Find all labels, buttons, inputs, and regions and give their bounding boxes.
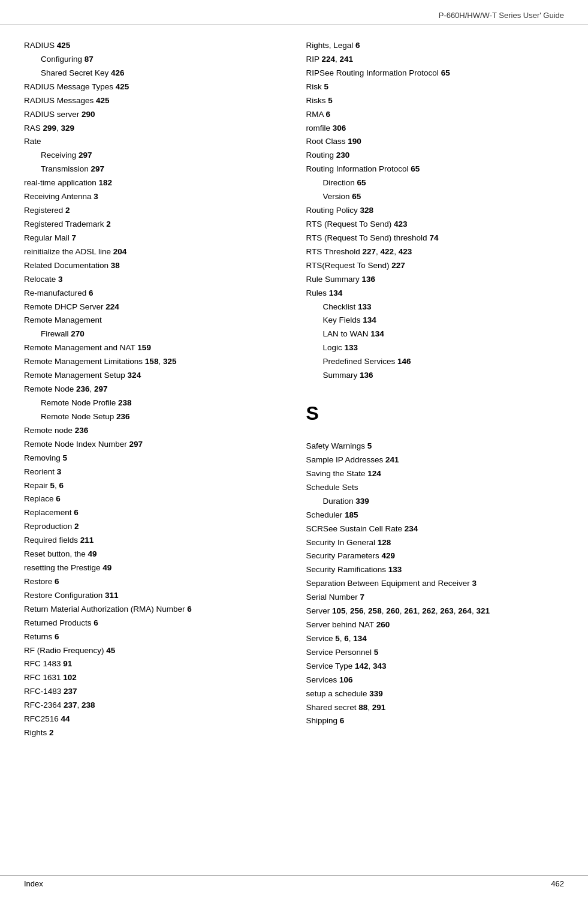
list-item: RADIUS server 290 xyxy=(24,109,282,121)
list-item: RFC-1483 237 xyxy=(24,685,282,698)
list-item: Return Material Authorization (RMA) Numb… xyxy=(24,603,282,616)
list-item: RF (Radio Frequency) 45 xyxy=(24,645,282,657)
list-item: Regular Mail 7 xyxy=(24,232,282,245)
list-item: Server 105, 256, 258, 260, 261, 262, 263… xyxy=(306,605,565,618)
list-item: Key Fields 134 xyxy=(306,314,565,327)
list-item: Security Parameters 429 xyxy=(306,550,565,563)
list-item: Serial Number 7 xyxy=(306,591,565,604)
list-item: Remote node 236 xyxy=(24,425,282,437)
list-item: setup a schedule 339 xyxy=(306,688,565,700)
list-item: Remote Node Profile 238 xyxy=(24,397,282,410)
left-column: RADIUS 425Configuring 87Shared Secret Ke… xyxy=(24,40,282,741)
list-item: RFC 1483 91 xyxy=(24,658,282,671)
list-item: Service Type 142, 343 xyxy=(306,660,565,673)
list-item: Risks 5 xyxy=(306,95,565,107)
page-header: P-660H/HW/W-T Series User' Guide xyxy=(0,0,588,25)
list-item: Version 65 xyxy=(306,191,565,203)
list-item: RFC 1631 102 xyxy=(24,672,282,684)
list-item: Replacement 6 xyxy=(24,507,282,519)
list-item: Remote Node 236, 297 xyxy=(24,383,282,396)
list-item: Routing 230 xyxy=(306,149,565,162)
list-item: Rules 134 xyxy=(306,287,565,300)
list-item: RTS(Request To Send) 227 xyxy=(306,260,565,272)
list-item: LAN to WAN 134 xyxy=(306,328,565,341)
list-item: RTS (Request To Send) 423 xyxy=(306,218,565,231)
list-item: RADIUS Message Types 425 xyxy=(24,81,282,94)
list-item: romfile 306 xyxy=(306,122,565,135)
list-item: RIP 224, 241 xyxy=(306,53,565,66)
list-item: Sample IP Addresses 241 xyxy=(306,454,565,467)
list-item: RAS 299, 329 xyxy=(24,122,282,135)
list-item: Returns 6 xyxy=(24,631,282,644)
list-item: Predefined Services 146 xyxy=(306,356,565,368)
list-item: Shipping 6 xyxy=(306,715,565,727)
list-item: Firewall 270 xyxy=(24,328,282,341)
list-item: Shared secret 88, 291 xyxy=(306,702,565,714)
list-item: Reproduction 2 xyxy=(24,521,282,533)
list-item: Configuring 87 xyxy=(24,53,282,66)
list-item: RADIUS Messages 425 xyxy=(24,95,282,107)
list-item: Server behind NAT 260 xyxy=(306,619,565,632)
list-item: Removing 5 xyxy=(24,452,282,465)
list-item: Remote Management Setup 324 xyxy=(24,369,282,382)
list-item: Duration 339 xyxy=(306,495,565,508)
list-item: Security In General 128 xyxy=(306,537,565,549)
list-item: Checklist 133 xyxy=(306,301,565,314)
list-item: RIPSee Routing Information Protocol 65 xyxy=(306,67,565,80)
list-item: Services 106 xyxy=(306,674,565,687)
list-item: Receiving Antenna 3 xyxy=(24,191,282,203)
list-item: Relocate 3 xyxy=(24,273,282,286)
list-item: Security Ramifications 133 xyxy=(306,564,565,576)
list-item: reinitialize the ADSL line 204 xyxy=(24,246,282,258)
list-item: Summary 136 xyxy=(306,369,565,382)
list-item: Restore Configuration 311 xyxy=(24,590,282,602)
right-column: Rights, Legal 6RIP 224, 241RIPSee Routin… xyxy=(306,40,565,741)
list-item: Registered Trademark 2 xyxy=(24,218,282,231)
section-letter-s: S xyxy=(306,402,565,425)
page-footer: Index 462 xyxy=(0,875,588,888)
list-item: Registered 2 xyxy=(24,205,282,217)
list-item: Receiving 297 xyxy=(24,149,282,162)
list-item: RADIUS 425 xyxy=(24,40,282,52)
list-item: Schedule Sets xyxy=(306,482,565,494)
list-item: Scheduler 185 xyxy=(306,509,565,522)
list-item: Routing Information Protocol 65 xyxy=(306,163,565,176)
list-item: Separation Between Equipment and Receive… xyxy=(306,578,565,590)
list-item: Remote Management and NAT 159 xyxy=(24,342,282,354)
list-item: Rule Summary 136 xyxy=(306,273,565,286)
list-item: Routing Policy 328 xyxy=(306,205,565,217)
list-item: Remote Management xyxy=(24,314,282,327)
list-item: Risk 5 xyxy=(306,81,565,94)
list-item: Rights, Legal 6 xyxy=(306,40,565,52)
list-item: Reorient 3 xyxy=(24,466,282,479)
list-item: Service Personnel 5 xyxy=(306,647,565,659)
list-item: Direction 65 xyxy=(306,177,565,190)
list-item: Restore 6 xyxy=(24,576,282,588)
list-item: RTS Threshold 227, 422, 423 xyxy=(306,246,565,258)
list-item: resetting the Prestige 49 xyxy=(24,562,282,575)
list-item: Replace 6 xyxy=(24,493,282,506)
list-item: Repair 5, 6 xyxy=(24,480,282,492)
list-item: Remote Node Setup 236 xyxy=(24,411,282,423)
list-item: Returned Products 6 xyxy=(24,617,282,630)
list-item: Required fields 211 xyxy=(24,534,282,547)
list-item: Root Class 190 xyxy=(306,136,565,148)
list-item: RFC-2364 237, 238 xyxy=(24,699,282,712)
list-item: Remote Management Limitations 158, 325 xyxy=(24,356,282,368)
list-item: RFC2516 44 xyxy=(24,713,282,726)
list-item: Service 5, 6, 134 xyxy=(306,633,565,645)
list-item: SCRSee Sustain Cell Rate 234 xyxy=(306,523,565,536)
list-item: Remote DHCP Server 224 xyxy=(24,301,282,314)
list-item: real-time application 182 xyxy=(24,177,282,190)
list-item: RMA 6 xyxy=(306,109,565,121)
list-item: Reset button, the 49 xyxy=(24,548,282,561)
list-item: Rate xyxy=(24,136,282,148)
list-item: Safety Warnings 5 xyxy=(306,440,565,453)
list-item: Rights 2 xyxy=(24,727,282,739)
list-item: Remote Node Index Number 297 xyxy=(24,438,282,451)
list-item: Related Documentation 38 xyxy=(24,260,282,272)
list-item: Logic 133 xyxy=(306,342,565,354)
list-item: Re-manufactured 6 xyxy=(24,287,282,300)
list-item: Transmission 297 xyxy=(24,163,282,176)
list-item: Shared Secret Key 426 xyxy=(24,67,282,80)
